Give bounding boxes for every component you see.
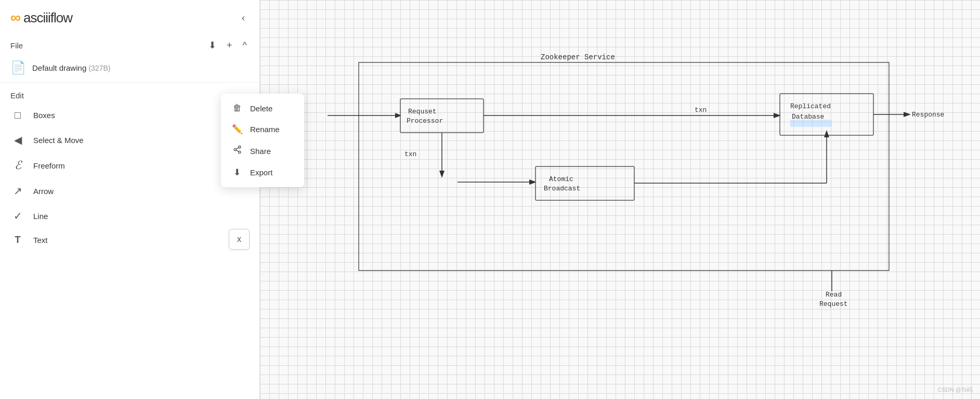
svg-text:txn: txn — [404, 150, 416, 158]
svg-point-0 — [238, 146, 240, 148]
svg-marker-33 — [824, 130, 829, 137]
svg-text:Atomic: Atomic — [549, 175, 573, 183]
svg-text:Replicated: Replicated — [790, 102, 831, 110]
svg-point-2 — [238, 151, 240, 153]
svg-text:Response: Response — [912, 111, 944, 119]
delete-label: Delete — [250, 104, 272, 113]
collapse-sidebar-button[interactable]: ‹ — [238, 10, 249, 25]
file-item-default[interactable]: 📄 Default drawing (327B) — [0, 55, 259, 80]
text-label: Text — [33, 236, 48, 244]
svg-rect-11 — [400, 99, 484, 133]
boxes-label: Boxes — [33, 111, 55, 120]
share-icon — [231, 145, 243, 157]
file-section-actions: ⬇ + ^ — [206, 38, 249, 52]
svg-marker-30 — [904, 112, 911, 117]
sidebar: ∞ asciiiflow ‹ File ⬇ + ^ 📄 Default draw… — [0, 0, 260, 399]
canvas-area[interactable]: Zookeeper Service te quest Requset Proce… — [260, 0, 980, 399]
export-label: Export — [250, 168, 272, 177]
file-section-title: File — [10, 41, 23, 50]
svg-text:txn: txn — [695, 106, 707, 114]
sidebar-header: ∞ asciiiflow ‹ — [0, 0, 259, 31]
context-menu: 🗑 Delete ✏️ Rename Share ⬇ Export — [221, 94, 304, 187]
logo: ∞ asciiiflow — [10, 9, 72, 26]
file-size: (327B) — [88, 64, 110, 72]
rename-label: Rename — [250, 125, 280, 134]
freeform-label: Freeform — [33, 161, 65, 170]
svg-rect-19 — [535, 166, 634, 200]
logo-infinity-icon: ∞ — [10, 9, 20, 26]
line-icon: ✓ — [10, 210, 25, 222]
tool-text[interactable]: T Text — [0, 228, 259, 252]
svg-text:Read: Read — [826, 291, 842, 299]
delete-icon: 🗑 — [231, 103, 243, 113]
text-icon: T — [10, 235, 25, 246]
context-menu-export[interactable]: ⬇ Export — [221, 162, 304, 183]
svg-text:Database: Database — [792, 113, 824, 121]
tool-line[interactable]: ✓ Line — [0, 203, 259, 228]
svg-text:Processor: Processor — [407, 117, 443, 125]
watermark: CSDN @Ts码 — [938, 386, 973, 394]
select-move-label: Select & Move — [33, 136, 84, 145]
svg-point-1 — [234, 148, 236, 150]
file-add-button[interactable]: + — [225, 39, 234, 52]
freeform-icon: ℰ — [10, 159, 25, 172]
svg-text:Zookeeper   Service: Zookeeper Service — [541, 53, 615, 61]
file-section-header: File ⬇ + ^ — [0, 31, 259, 55]
svg-line-4 — [236, 148, 239, 149]
arrow-label: Arrow — [33, 187, 54, 196]
svg-line-3 — [236, 150, 239, 152]
file-download-button[interactable]: ⬇ — [206, 38, 218, 52]
share-label: Share — [250, 147, 271, 156]
ascii-diagram-svg: Zookeeper Service te quest Requset Proce… — [328, 52, 951, 323]
file-collapse-button[interactable]: ^ — [241, 39, 249, 52]
arrow-icon: ↗ — [10, 185, 25, 197]
file-icon: 📄 — [10, 60, 26, 75]
boxes-icon: □ — [10, 109, 25, 121]
context-menu-delete[interactable]: 🗑 Delete — [221, 98, 304, 119]
context-menu-rename[interactable]: ✏️ Rename — [221, 119, 304, 140]
divider-1 — [0, 82, 259, 83]
context-menu-share[interactable]: Share — [221, 140, 304, 162]
svg-text:Requset: Requset — [408, 108, 437, 115]
select-move-icon: ◀ — [10, 134, 25, 146]
file-name-text: Default drawing — [32, 63, 86, 72]
svg-rect-28 — [790, 120, 832, 127]
svg-text:Broadcast: Broadcast — [544, 185, 580, 192]
svg-marker-16 — [439, 171, 445, 178]
svg-text:Request: Request — [819, 300, 848, 308]
export-icon: ⬇ — [231, 167, 243, 178]
close-button[interactable]: x — [229, 229, 250, 250]
line-label: Line — [33, 212, 48, 221]
rename-icon: ✏️ — [231, 124, 243, 135]
file-name: Default drawing (327B) — [32, 63, 110, 72]
logo-text: asciiiflow — [23, 10, 72, 26]
